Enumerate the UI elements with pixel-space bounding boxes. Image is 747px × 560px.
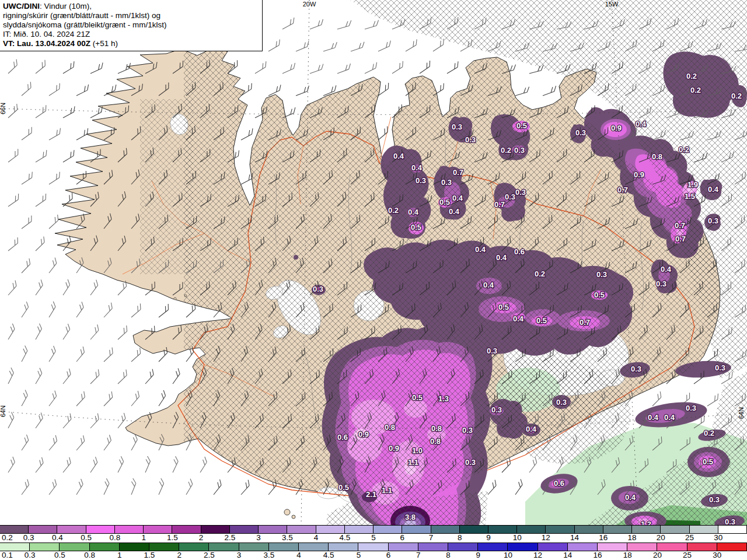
precip-value-label: 1.2	[641, 520, 651, 525]
colorbar-segment	[374, 526, 402, 533]
precip-value-label: 0.3	[709, 495, 720, 504]
colorbar-segment	[0, 543, 30, 551]
colorbar-tick-label: 0.1	[2, 551, 13, 559]
colorbar-segment	[144, 526, 172, 533]
colorbar-tick-label: 16	[593, 551, 602, 559]
colorbar-segment	[687, 543, 717, 551]
colorbar-segment	[598, 543, 627, 551]
colorbar-segment	[657, 543, 687, 551]
colorbar-tick-label: 0.5	[54, 551, 65, 559]
precip-value-label: 0.5	[498, 303, 509, 312]
colorbar-segment	[316, 526, 345, 533]
colorbar-segment	[90, 543, 120, 551]
colorbar-segment	[508, 543, 537, 551]
colorbar-tick-label: 2.5	[204, 551, 215, 559]
colorbar-segment	[389, 543, 418, 551]
precip-value-label: 0.3	[725, 517, 735, 525]
colorbar-segment	[603, 526, 632, 533]
precip-value-label: 0.4	[452, 194, 463, 202]
precip-value-label: 0.5	[516, 121, 527, 130]
colorbar-sleet-snow-labels: 0.20.30.40.50.811.522.533.544.5567891012…	[0, 534, 747, 542]
colorbar-tick-label: 10	[504, 551, 512, 559]
precip-value-label: 0.7	[453, 168, 463, 177]
precip-value-label: 0.2	[501, 146, 511, 155]
precip-value-label: 1.3	[438, 394, 449, 403]
precip-value-label: 0.3	[596, 270, 607, 279]
precip-value-label: 0.3	[505, 192, 515, 201]
precip-value-label: 0.5	[703, 457, 713, 466]
precip-value-label: 0.3	[575, 128, 586, 137]
precip-value-label: 1.0	[412, 446, 423, 455]
precip-value-label: 0.3	[465, 135, 476, 144]
precip-value-label: 1.1	[408, 458, 418, 467]
precip-value-label: 0.3	[465, 458, 476, 467]
colorbar-tick-label: 3.5	[263, 551, 274, 559]
colorbar-tick-label: 3	[256, 533, 261, 542]
colorbar-tick-label: 12	[533, 551, 542, 559]
colorbar-tick-label: 0.2	[2, 533, 13, 542]
colorbar-tick-label: 20	[653, 551, 662, 559]
colorbar-segment	[448, 543, 478, 551]
precip-value-label: 0.3	[416, 176, 426, 185]
precip-value-label: 0.5	[439, 198, 450, 206]
precip-value-label: 0.8	[431, 424, 442, 433]
colorbar-tick-label: 9	[486, 533, 491, 542]
colorbar-tick-label: 16	[599, 533, 608, 542]
precip-value-label: 0.2	[690, 86, 701, 94]
precip-value-label: 2.1	[366, 490, 376, 499]
colorbar-rain	[0, 542, 747, 551]
precip-value-label: 0.7	[617, 186, 628, 194]
precip-value-label: 0.4	[661, 265, 672, 274]
precip-value-label: 0.4	[648, 413, 659, 422]
colorbar-segment	[402, 526, 431, 533]
precip-value-label: 0.7	[675, 221, 685, 230]
precip-value-label: 0.3	[462, 426, 473, 435]
rain-legend-line: rigning/skúrir (grænt/blátt/rautt - mm/1…	[3, 11, 259, 20]
precip-value-label: 0.2	[704, 429, 714, 438]
island-small	[292, 515, 295, 519]
precip-value-label: 0.3	[515, 188, 526, 197]
precip-value-label: 0.3	[491, 405, 502, 414]
colorbar-segment	[57, 526, 86, 533]
parallel-label: 64N	[0, 405, 6, 417]
colorbar-sleet-snow	[0, 525, 747, 534]
colorbar-segment	[627, 543, 657, 551]
precip-value-label: 0.3	[452, 123, 462, 131]
colorbar-tick-label: 14	[563, 551, 572, 559]
precip-value-label: 0.2	[535, 270, 545, 278]
precip-value-label: 0.7	[675, 235, 686, 243]
colorbar-tick-label: 1.5	[144, 551, 155, 559]
precip-value-label: 0.3	[313, 285, 323, 293]
precip-value-label: 0.2	[388, 206, 399, 215]
colorbar-tick-label: 8	[446, 551, 451, 559]
colorbar-tick-label: 7	[429, 533, 434, 542]
colorbar-tick-label: 6	[386, 551, 391, 559]
precip-value-label: 1.1	[382, 486, 392, 495]
colorbar-segment	[269, 543, 299, 551]
colorbar-segment	[299, 543, 329, 551]
precip-value-label: 0.4	[664, 413, 675, 422]
colorbar-tick-label: 7	[416, 551, 421, 559]
colorbar-tick-label: 8	[458, 533, 462, 542]
colorbar-tick-label: 5	[371, 533, 376, 542]
precip-value-label: 0.7	[580, 318, 590, 327]
colorbar-tick-label: 0.8	[110, 533, 121, 542]
colorbar-segment	[29, 526, 57, 533]
precip-value-label: 0.3	[715, 363, 725, 372]
colorbar-tick-label: 4	[296, 551, 301, 559]
colorbar-tick-label: 25	[683, 551, 692, 559]
precip-value-label: 0.2	[679, 145, 689, 154]
colorbar-segment	[358, 543, 388, 551]
precip-value-label: 0.9	[634, 170, 644, 179]
precip-value-label: 1.9	[687, 180, 698, 189]
precip-value-label: 0.5	[412, 393, 423, 402]
colorbar-tick-label: 1	[141, 533, 146, 542]
colorbar-tick-label: 6	[400, 533, 404, 542]
meridian-label: 15W	[605, 1, 619, 8]
colorbar-segment	[478, 543, 508, 551]
precip-value-label: 0.3	[514, 146, 525, 155]
precip-value-label: 0.4	[411, 163, 423, 172]
model-name: UWC/DINI	[3, 2, 40, 10]
colorbar-tick-label: 2	[199, 533, 204, 542]
colorbar-segment	[115, 526, 144, 533]
